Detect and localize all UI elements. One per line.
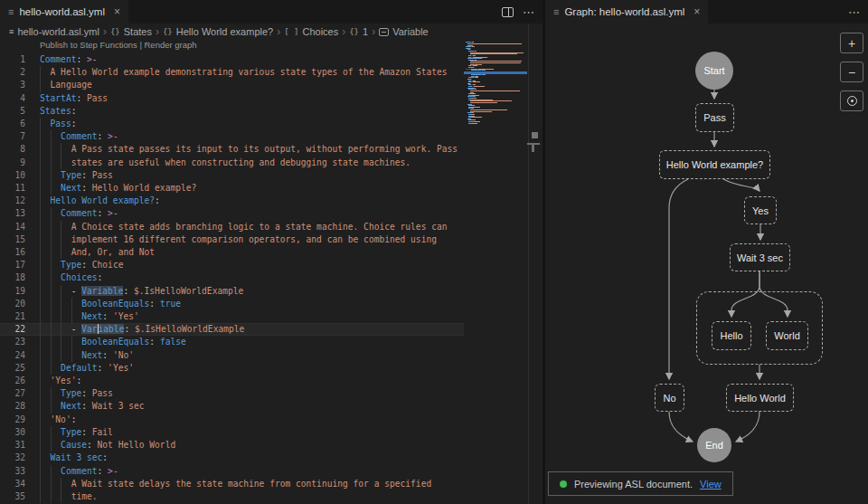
code-line-28[interactable]: 28 Next: Wait 3 sec (0, 400, 464, 413)
code-line-32[interactable]: 32 Wait 3 sec: (0, 452, 464, 464)
code-line-29[interactable]: 29 'No': (0, 414, 464, 426)
split-editor-icon[interactable] (502, 7, 514, 17)
graph-node-choice: Hello World example? (659, 150, 770, 179)
yaml-file-icon: ≡ (8, 7, 14, 17)
code-line-27[interactable]: 27 Type: Pass (0, 387, 464, 400)
code-line-11[interactable]: 11 Next: Hello World example? (0, 182, 464, 195)
breadcrumb-item-choices[interactable]: [ ] Choices (284, 26, 338, 37)
code-line-23[interactable]: 23 BooleanEquals: false (0, 336, 464, 348)
code-line-6[interactable]: 6 Pass: (0, 118, 464, 130)
chevron-right-icon: › (156, 25, 159, 38)
code-line-3[interactable]: 3 Language (0, 79, 464, 91)
code-line-14[interactable]: 14 A Choice state adds branching logic t… (0, 221, 464, 233)
code-line-13[interactable]: 13 Comment: >- (0, 207, 464, 220)
code-editor[interactable]: 1Comment: >-2 A Hello World example demo… (0, 53, 464, 504)
code-line-12[interactable]: 12 Hello World example?: (0, 195, 464, 207)
line-number: 17 (0, 259, 25, 271)
code-line-35[interactable]: 35 time. (0, 490, 464, 503)
object-symbol-icon: {} (110, 27, 120, 36)
more-actions-icon[interactable]: ⋯ (848, 5, 861, 19)
tab-label: hello-world.asl.yml (19, 6, 105, 17)
preview-status-text: Previewing ASL document. (574, 479, 693, 490)
line-number: 4 (0, 92, 25, 105)
code-line-4[interactable]: 4StartAt: Pass (0, 92, 464, 105)
code-line-24[interactable]: 24 Next: 'No' (0, 349, 464, 362)
line-number: 6 (0, 118, 25, 130)
code-line-22[interactable]: 22 - Variable: $.IsHelloWorldExample (0, 323, 464, 336)
code-line-21[interactable]: 21 Next: 'Yes' (0, 310, 464, 323)
line-number: 29 (0, 414, 25, 426)
object-symbol-icon: {} (349, 27, 359, 36)
code-line-2[interactable]: 2 A Hello World example demonstrating va… (0, 66, 464, 79)
code-line-33[interactable]: 33 Comment: >- (0, 465, 464, 478)
breadcrumb-item-variable[interactable]: Variable (379, 26, 429, 37)
line-number: 7 (0, 130, 25, 143)
line-number: 22 (0, 323, 25, 336)
line-number: 27 (0, 387, 25, 400)
array-symbol-icon: [ ] (284, 27, 298, 36)
line-number: 21 (0, 310, 25, 323)
line-number: 13 (0, 207, 25, 220)
breadcrumb-item-file[interactable]: ≡ hello-world.asl.yml (9, 26, 99, 37)
zoom-in-button[interactable]: + (840, 33, 863, 53)
editor-group: ≡ hello-world.asl.yml × ⋯ ≡ hello-world.… (0, 0, 542, 504)
code-line-17[interactable]: 17 Type: Choice (0, 259, 464, 271)
code-line-18[interactable]: 18 Choices: (0, 271, 464, 284)
code-line-16[interactable]: 16 And, Or, and Not (0, 246, 464, 259)
line-number: 16 (0, 246, 25, 259)
line-number: 28 (0, 400, 25, 413)
code-line-25[interactable]: 25 Default: 'Yes' (0, 362, 464, 375)
overview-ruler-cursor-marker (532, 132, 538, 138)
code-line-15[interactable]: 15 implement 16 different comparison ope… (0, 233, 464, 246)
graph-node-hello-world: Hello World (726, 384, 794, 412)
line-number: 25 (0, 362, 25, 375)
line-number: 15 (0, 233, 25, 246)
view-link[interactable]: View (700, 479, 722, 490)
code-line-31[interactable]: 31 Cause: Not Hello World (0, 439, 464, 452)
line-number: 35 (0, 490, 25, 503)
graph-node-hello: Hello (712, 321, 751, 350)
render-graph-link[interactable]: Render graph (144, 40, 196, 50)
editor-tabbar: ≡ hello-world.asl.yml × ⋯ (0, 0, 542, 24)
editor-actions: ⋯ (502, 0, 535, 24)
zoom-fit-button[interactable] (840, 90, 863, 111)
graph-canvas[interactable]: Start Pass Hello World example? Yes Wait… (545, 24, 868, 504)
line-number: 34 (0, 478, 25, 490)
line-number: 10 (0, 169, 25, 182)
tab-label: Graph: hello-world.asl.yml (564, 6, 684, 17)
tab-graph-hello-world[interactable]: ≡ Graph: hello-world.asl.yml × (545, 0, 708, 24)
zoom-out-button[interactable]: − (840, 62, 863, 82)
code-line-10[interactable]: 10 Type: Pass (0, 169, 464, 182)
chevron-right-icon: › (372, 25, 375, 38)
code-line-1[interactable]: 1Comment: >- (0, 53, 464, 66)
more-actions-icon[interactable]: ⋯ (523, 5, 535, 19)
yaml-file-icon: ≡ (9, 27, 14, 36)
breadcrumb-item-states[interactable]: {} States (110, 26, 152, 37)
code-line-9[interactable]: 9 states are useful when constructing an… (0, 157, 464, 169)
code-line-30[interactable]: 30 Type: Fail (0, 426, 464, 439)
close-tab-icon[interactable]: × (693, 5, 700, 18)
graph-panel: ≡ Graph: hello-world.asl.yml × ⋯ (545, 0, 868, 504)
breadcrumb-item-1[interactable]: {} 1 (349, 26, 368, 37)
code-line-19[interactable]: 19 - Variable: $.IsHelloWorldExample (0, 285, 464, 298)
graph-node-pass: Pass (695, 103, 734, 132)
code-line-26[interactable]: 26 'Yes': (0, 375, 464, 387)
line-number: 8 (0, 143, 25, 156)
line-number: 20 (0, 298, 25, 310)
code-line-5[interactable]: 5States: (0, 105, 464, 118)
breadcrumb-item-hello-world-example[interactable]: {} Hello World example? (163, 26, 273, 37)
line-number: 33 (0, 465, 25, 478)
minimap[interactable] (464, 40, 528, 504)
object-symbol-icon: {} (163, 27, 173, 36)
graph-node-start: Start (695, 52, 733, 90)
close-tab-icon[interactable]: × (114, 5, 120, 18)
publish-to-step-functions-link[interactable]: Publish to Step Functions (40, 40, 137, 50)
code-line-7[interactable]: 7 Comment: >- (0, 130, 464, 143)
code-line-8[interactable]: 8 A Pass state passes its input to its o… (0, 143, 464, 156)
tab-hello-world-asl-yml[interactable]: ≡ hello-world.asl.yml × (0, 0, 128, 24)
line-number: 9 (0, 157, 25, 169)
code-line-20[interactable]: 20 BooleanEquals: true (0, 298, 464, 310)
overview-ruler (528, 24, 542, 504)
graph-panel-actions: ⋯ (848, 0, 861, 24)
code-line-34[interactable]: 34 A Wait state delays the state machine… (0, 478, 464, 490)
